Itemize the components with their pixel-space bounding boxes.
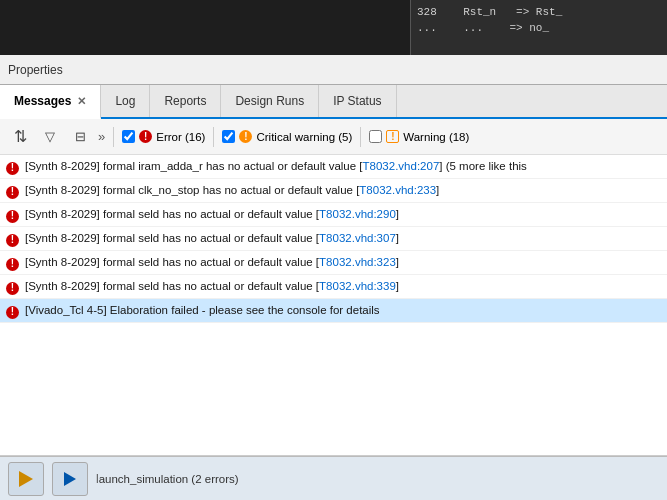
message-row: ![Synth 8-2029] formal seld has no actua… bbox=[0, 275, 667, 299]
critical-filter-group: ! Critical warning (5) bbox=[222, 130, 352, 143]
error-icon: ! bbox=[139, 130, 152, 143]
message-error-icon: ! bbox=[6, 278, 19, 296]
message-row: ![Vivado_Tcl 4-5] Elaboration failed - p… bbox=[0, 299, 667, 323]
collapse-button[interactable]: ⊟ bbox=[68, 126, 92, 148]
tab-reports[interactable]: Reports bbox=[150, 85, 221, 117]
tab-log-label: Log bbox=[115, 94, 135, 108]
critical-label[interactable]: Critical warning (5) bbox=[256, 131, 352, 143]
message-text: [Synth 8-2029] formal iram_adda_r has no… bbox=[25, 157, 527, 175]
critical-icon: ! bbox=[239, 130, 252, 143]
message-text: [Synth 8-2029] formal seld has no actual… bbox=[25, 205, 399, 223]
message-text: [Synth 8-2029] formal seld has no actual… bbox=[25, 229, 399, 247]
tab-messages[interactable]: Messages ✕ bbox=[0, 85, 101, 119]
tab-reports-label: Reports bbox=[164, 94, 206, 108]
filter-divider-2 bbox=[213, 127, 214, 147]
message-link[interactable]: T8032.vhd:207 bbox=[363, 160, 440, 172]
warning-label[interactable]: Warning (18) bbox=[403, 131, 469, 143]
arrow-icon bbox=[64, 472, 76, 486]
message-row: ![Synth 8-2029] formal seld has no actua… bbox=[0, 203, 667, 227]
tab-ip-status[interactable]: IP Status bbox=[319, 85, 396, 117]
filter-bar: ⇅ ▽ ⊟ » ! Error (16) ! Critical warning … bbox=[0, 119, 667, 155]
message-link[interactable]: T8032.vhd:290 bbox=[319, 208, 396, 220]
message-link[interactable]: T8032.vhd:307 bbox=[319, 232, 396, 244]
play-button[interactable] bbox=[8, 462, 44, 496]
arrow-button[interactable] bbox=[52, 462, 88, 496]
code-editor-right: 328 Rst_n => Rst_ ... ... => no_ bbox=[410, 0, 667, 55]
collapse-icon: ⊟ bbox=[75, 129, 86, 144]
tab-messages-label: Messages bbox=[14, 94, 71, 108]
message-error-icon: ! bbox=[6, 230, 19, 248]
tab-log[interactable]: Log bbox=[101, 85, 150, 117]
error-filter-group: ! Error (16) bbox=[122, 130, 205, 143]
more-arrows-icon[interactable]: » bbox=[98, 129, 105, 144]
code-editor-left bbox=[0, 0, 410, 55]
message-link[interactable]: T8032.vhd:323 bbox=[319, 256, 396, 268]
funnel-icon: ▽ bbox=[45, 129, 55, 144]
properties-label: Properties bbox=[8, 63, 63, 77]
tab-ip-status-label: IP Status bbox=[333, 94, 381, 108]
error-checkbox[interactable] bbox=[122, 130, 135, 143]
messages-area: ![Synth 8-2029] formal iram_adda_r has n… bbox=[0, 155, 667, 456]
message-error-icon: ! bbox=[6, 182, 19, 200]
tab-design-runs[interactable]: Design Runs bbox=[221, 85, 319, 117]
status-bar: launch_simulation (2 errors) bbox=[0, 456, 667, 500]
message-text: [Synth 8-2029] formal seld has no actual… bbox=[25, 277, 399, 295]
warning-filter-group: ! Warning (18) bbox=[369, 130, 469, 143]
code-line-1: 328 Rst_n => Rst_ bbox=[417, 4, 661, 20]
message-error-icon: ! bbox=[6, 254, 19, 272]
tab-bar: Messages ✕ Log Reports Design Runs IP St… bbox=[0, 85, 667, 119]
message-error-icon: ! bbox=[6, 206, 19, 224]
filter-divider-1 bbox=[113, 127, 114, 147]
play-icon bbox=[19, 471, 33, 487]
message-row: ![Synth 8-2029] formal iram_adda_r has n… bbox=[0, 155, 667, 179]
message-error-icon: ! bbox=[6, 158, 19, 176]
close-messages-icon[interactable]: ✕ bbox=[77, 95, 86, 108]
tab-design-runs-label: Design Runs bbox=[235, 94, 304, 108]
message-link[interactable]: T8032.vhd:233 bbox=[359, 184, 436, 196]
code-line-2: ... ... => no_ bbox=[417, 20, 661, 36]
critical-checkbox[interactable] bbox=[222, 130, 235, 143]
simulation-label: aunch_simulation (2 errors) bbox=[99, 473, 239, 485]
filter-divider-3 bbox=[360, 127, 361, 147]
message-row: ![Synth 8-2029] formal seld has no actua… bbox=[0, 227, 667, 251]
code-editor-area: 328 Rst_n => Rst_ ... ... => no_ bbox=[0, 0, 667, 55]
warning-icon: ! bbox=[386, 130, 399, 143]
error-label[interactable]: Error (16) bbox=[156, 131, 205, 143]
simulation-status: launch_simulation (2 errors) bbox=[96, 472, 239, 486]
sort-icon: ⇅ bbox=[14, 127, 27, 146]
warning-checkbox[interactable] bbox=[369, 130, 382, 143]
filter-button[interactable]: ▽ bbox=[38, 126, 62, 148]
message-row: ![Synth 8-2029] formal clk_no_stop has n… bbox=[0, 179, 667, 203]
sort-button[interactable]: ⇅ bbox=[8, 126, 32, 148]
message-text: [Vivado_Tcl 4-5] Elaboration failed - pl… bbox=[25, 301, 380, 319]
properties-bar: Properties bbox=[0, 55, 667, 85]
message-text: [Synth 8-2029] formal clk_no_stop has no… bbox=[25, 181, 439, 199]
message-error-icon: ! bbox=[6, 302, 19, 320]
message-row: ![Synth 8-2029] formal seld has no actua… bbox=[0, 251, 667, 275]
message-link[interactable]: T8032.vhd:339 bbox=[319, 280, 396, 292]
message-text: [Synth 8-2029] formal seld has no actual… bbox=[25, 253, 399, 271]
